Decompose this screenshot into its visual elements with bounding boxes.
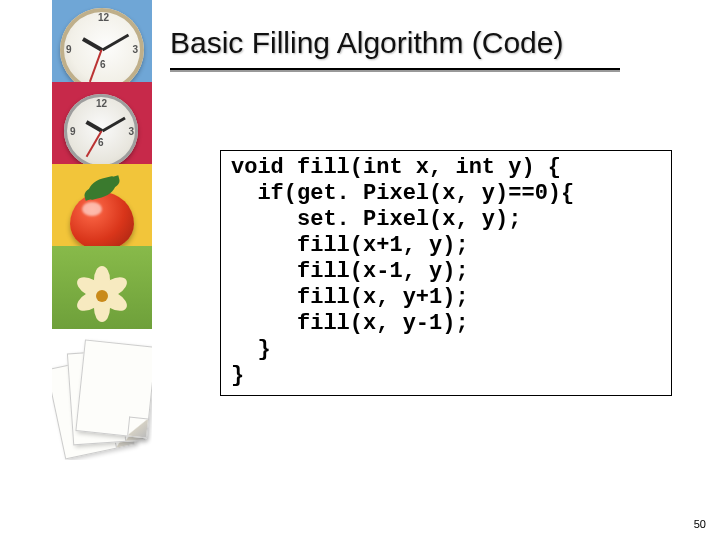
page-number: 50: [694, 518, 706, 530]
clock-icon: 123 69: [52, 82, 152, 164]
code-block: void fill(int x, int y) { if(get. Pixel(…: [220, 150, 672, 396]
decorative-sidebar: 123 69 123 69: [52, 0, 152, 460]
code-line: fill(x, y-1);: [231, 311, 469, 336]
clock-icon: 123 69: [52, 0, 152, 82]
code-line: fill(x, y+1);: [231, 285, 469, 310]
slide-root: 123 69 123 69 Basic Filling Algorithm (C…: [0, 0, 720, 540]
code-line: fill(x-1, y);: [231, 259, 469, 284]
code-line: set. Pixel(x, y);: [231, 207, 521, 232]
slide-title: Basic Filling Algorithm (Code): [170, 26, 563, 60]
flower-icon: [52, 246, 152, 328]
papers-icon: [52, 329, 152, 460]
tomato-icon: [52, 164, 152, 246]
code-line: }: [231, 363, 244, 388]
code-line: fill(x+1, y);: [231, 233, 469, 258]
code-line: if(get. Pixel(x, y)==0){: [231, 181, 574, 206]
code-line: }: [231, 337, 271, 362]
code-line: void fill(int x, int y) {: [231, 155, 561, 180]
title-underline: [170, 68, 620, 70]
